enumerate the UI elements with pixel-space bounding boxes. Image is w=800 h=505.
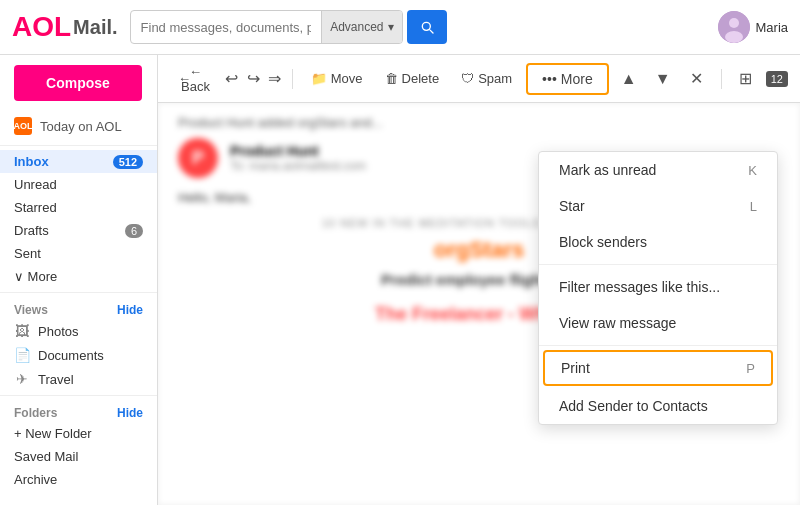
undo-button[interactable]: ↩ — [224, 65, 239, 93]
sidebar-item-documents[interactable]: 📄 Documents — [0, 343, 157, 367]
down-button[interactable]: ▼ — [649, 65, 677, 93]
drafts-label: Drafts — [14, 223, 49, 238]
mark-unread-label: Mark as unread — [559, 162, 656, 178]
sidebar-item-travel[interactable]: ✈ Travel — [0, 367, 157, 391]
photos-icon: 🖼 — [14, 323, 30, 339]
spam-label: Spam — [478, 71, 512, 86]
folders-hide-link[interactable]: Hide — [117, 406, 143, 420]
sidebar-item-photos[interactable]: 🖼 Photos — [0, 319, 157, 343]
more-dots-icon: ••• — [542, 71, 557, 87]
search-input[interactable] — [131, 20, 322, 35]
main-layout: Compose AOL Today on AOL Inbox 512 Unrea… — [0, 55, 800, 505]
back-button[interactable]: ← ← Back — [170, 60, 218, 98]
unread-label: Unread — [14, 177, 57, 192]
search-bar: Advanced ▾ — [130, 10, 403, 44]
raw-label: View raw message — [559, 315, 676, 331]
saved-mail-label: Saved Mail — [14, 449, 78, 464]
print-shortcut: P — [746, 361, 755, 376]
svg-point-2 — [725, 31, 743, 43]
message-count: 12 — [766, 71, 788, 87]
dropdown-item-filter[interactable]: Filter messages like this... — [539, 269, 777, 305]
filter-label: Filter messages like this... — [559, 279, 720, 295]
header: AOL Mail. Advanced ▾ Maria — [0, 0, 800, 55]
more-label: ∨ More — [14, 269, 57, 284]
folders-label: Folders — [14, 406, 57, 420]
inbox-label: Inbox — [14, 154, 49, 169]
dropdown-item-block[interactable]: Block senders — [539, 224, 777, 260]
block-label: Block senders — [559, 234, 647, 250]
documents-icon: 📄 — [14, 347, 30, 363]
dropdown-item-star[interactable]: Star L — [539, 188, 777, 224]
down-icon: ▼ — [655, 70, 671, 88]
star-label: Star — [559, 198, 585, 214]
up-button[interactable]: ▲ — [615, 65, 643, 93]
svg-point-1 — [729, 18, 739, 28]
search-button[interactable] — [407, 10, 447, 44]
add-sender-label: Add Sender to Contacts — [559, 398, 708, 414]
today-icon: AOL — [14, 117, 32, 135]
spam-icon: 🛡 — [461, 71, 474, 86]
dropdown-item-print[interactable]: Print P — [543, 350, 773, 386]
today-label: Today on AOL — [40, 119, 122, 134]
close-button[interactable]: ✕ — [683, 65, 711, 93]
sidebar-item-archive[interactable]: Archive — [0, 468, 157, 491]
user-name: Maria — [756, 20, 789, 35]
move-button[interactable]: 📁 Move — [303, 67, 371, 90]
sidebar-item-inbox[interactable]: Inbox 512 — [0, 150, 157, 173]
mail-text: Mail. — [73, 16, 117, 39]
undo-icon: ↩ — [225, 69, 238, 88]
photos-label: Photos — [38, 324, 78, 339]
star-shortcut: L — [750, 199, 757, 214]
sidebar-item-drafts[interactable]: Drafts 6 — [0, 219, 157, 242]
documents-label: Documents — [38, 348, 104, 363]
grid-button[interactable]: ⊞ — [732, 65, 760, 93]
redo-button[interactable]: ↪ — [245, 65, 260, 93]
sender-name: Product Hunt — [230, 143, 366, 159]
sent-label: Sent — [14, 246, 41, 261]
delete-icon: 🗑 — [385, 71, 398, 86]
sidebar-item-new-folder[interactable]: + New Folder — [0, 422, 157, 445]
mark-unread-shortcut: K — [748, 163, 757, 178]
folders-header: Folders Hide — [0, 400, 157, 422]
more-label: More — [561, 71, 593, 87]
compose-button[interactable]: Compose — [14, 65, 142, 101]
sidebar-today[interactable]: AOL Today on AOL — [0, 111, 157, 141]
inbox-count: 512 — [113, 155, 143, 169]
sidebar-item-saved-mail[interactable]: Saved Mail — [0, 445, 157, 468]
sidebar-item-starred[interactable]: Starred — [0, 196, 157, 219]
print-label: Print — [561, 360, 590, 376]
divider-3 — [0, 395, 157, 396]
move-label: Move — [331, 71, 363, 86]
sidebar-item-unread[interactable]: Unread — [0, 173, 157, 196]
forward-icon: ⇒ — [268, 69, 281, 88]
dropdown-item-mark-unread[interactable]: Mark as unread K — [539, 152, 777, 188]
dropdown-item-raw[interactable]: View raw message — [539, 305, 777, 341]
views-label: Views — [14, 303, 48, 317]
toolbar-right: ▲ ▼ ✕ ⊞ 12 — [615, 65, 788, 93]
archive-label: Archive — [14, 472, 57, 487]
aol-logo: AOL Mail. — [12, 11, 118, 43]
drafts-count: 6 — [125, 224, 143, 238]
divider-drop-2 — [539, 345, 777, 346]
search-advanced-btn[interactable]: Advanced ▾ — [321, 11, 401, 43]
email-view-area: Product Hunt added orgStars and... P Pro… — [158, 103, 800, 505]
dropdown-menu: Mark as unread K Star L Block senders Fi… — [538, 151, 778, 425]
back-label: ← Back — [181, 64, 210, 94]
more-button[interactable]: ••• More — [526, 63, 609, 95]
spam-button[interactable]: 🛡 Spam — [453, 67, 520, 90]
sidebar-item-more[interactable]: ∨ More — [0, 265, 157, 288]
aol-text: AOL — [12, 11, 71, 43]
preview-email-subject: Product Hunt added orgStars and... — [178, 115, 780, 130]
sidebar: Compose AOL Today on AOL Inbox 512 Unrea… — [0, 55, 158, 505]
forward-button[interactable]: ⇒ — [267, 65, 282, 93]
divider-2 — [0, 292, 157, 293]
dropdown-item-add-sender[interactable]: Add Sender to Contacts — [539, 388, 777, 424]
travel-label: Travel — [38, 372, 74, 387]
delete-button[interactable]: 🗑 Delete — [377, 67, 448, 90]
views-hide-link[interactable]: Hide — [117, 303, 143, 317]
views-header: Views Hide — [0, 297, 157, 319]
sidebar-item-sent[interactable]: Sent — [0, 242, 157, 265]
search-icon — [419, 19, 435, 35]
avatar[interactable] — [718, 11, 750, 43]
divider-1 — [0, 145, 157, 146]
